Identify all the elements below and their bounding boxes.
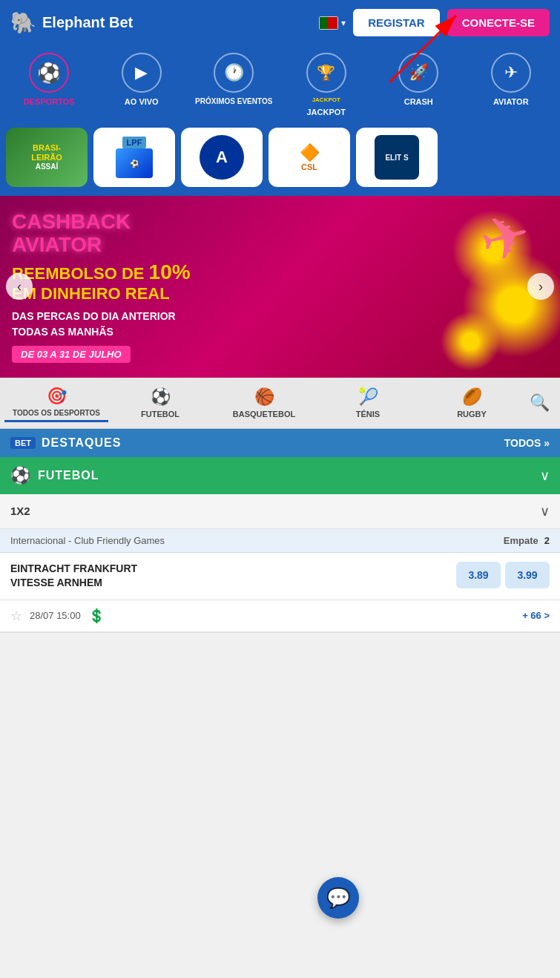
team2-name: VITESSE ARNHEM bbox=[10, 576, 456, 591]
nav-item-jackpot[interactable]: 🏆 JACKPOT JACKPOT bbox=[282, 53, 372, 117]
crash-icon-circle: 🚀 bbox=[398, 53, 438, 93]
filter-todos-label: TODOS OS DESPORTOS bbox=[13, 409, 100, 417]
logo-icon: 🐘 bbox=[10, 10, 36, 35]
promo-banner: ‹ CASHBACKAVIATOR REEMBOLSO DE 10% EM DI… bbox=[0, 196, 560, 378]
filter-tenis[interactable]: 🎾 TÉNIS bbox=[316, 384, 420, 421]
team1-name: EINTRACHT FRANKFURT bbox=[10, 562, 456, 577]
aviator-icon-circle: ✈ bbox=[491, 53, 531, 93]
desportos-icon-circle: ⚽ bbox=[29, 53, 69, 93]
league-card-brasileirao[interactable]: BRASI- LEIRÃO ASSAÍ bbox=[6, 128, 88, 187]
chat-icon: 💬 bbox=[326, 887, 350, 910]
banner-next-button[interactable]: › bbox=[527, 273, 554, 300]
proximos-icon-circle: 🕐 bbox=[214, 53, 254, 93]
rugby-icon: 🏉 bbox=[462, 387, 482, 407]
banner-title: CASHBACKAVIATOR bbox=[12, 211, 548, 257]
logo-text: Elephant Bet bbox=[42, 14, 133, 31]
match-type-bar[interactable]: 1X2 ∨ bbox=[0, 494, 560, 529]
nav-label-aviator: AVIATOR bbox=[493, 97, 529, 107]
match-competition: Internacional - Club Friendly Games bbox=[10, 535, 165, 546]
filter-todos[interactable]: 🎯 TODOS OS DESPORTOS bbox=[4, 384, 108, 422]
match-card: EINTRACHT FRANKFURT VITESSE ARNHEM 3.89 … bbox=[0, 553, 560, 600]
register-button[interactable]: REGISTAR bbox=[353, 9, 439, 36]
portugal-flag bbox=[319, 16, 338, 30]
nav-label-jackpot: JACKPOT bbox=[306, 108, 346, 117]
jackpot-badge-text: JACKPOT bbox=[312, 97, 340, 103]
sports-filter: 🎯 TODOS OS DESPORTOS ⚽ FUTEBOL 🏀 BASQUET… bbox=[0, 378, 560, 429]
lang-chevron-icon: ▾ bbox=[341, 18, 346, 28]
desportos-icon: ⚽ bbox=[37, 62, 61, 85]
jackpot-icon: 🏆 bbox=[317, 64, 335, 82]
match-result-value: 2 bbox=[544, 535, 550, 546]
odd-button-1[interactable]: 3.89 bbox=[456, 562, 501, 588]
search-button[interactable]: 🔍 bbox=[524, 390, 556, 416]
nav-item-ao-vivo[interactable]: ▶ AO VIVO bbox=[97, 53, 187, 107]
nav-label-desportos: DESPORTOS bbox=[24, 97, 75, 107]
odd-button-2[interactable]: 3.99 bbox=[505, 562, 550, 588]
futebol-title: FUTEBOL bbox=[38, 469, 99, 482]
filter-basquete[interactable]: 🏀 BASQUETEBOL bbox=[212, 384, 316, 421]
league-card-lpf[interactable]: LPF ⚽ bbox=[93, 128, 175, 187]
logo-area: 🐘 Elephant Bet bbox=[10, 10, 312, 35]
futebol-filter-icon: ⚽ bbox=[151, 387, 171, 407]
futebol-section-icon: ⚽ bbox=[10, 466, 30, 485]
match-footer: ☆ 28/07 15:00 💲 + 66 > bbox=[0, 600, 560, 633]
match-type-chevron-icon: ∨ bbox=[540, 503, 550, 519]
leagues-section: BRASI- LEIRÃO ASSAÍ LPF ⚽ A 🔶 CSL ELIT S bbox=[0, 128, 560, 196]
banner-prev-button[interactable]: ‹ bbox=[6, 273, 33, 300]
destaques-title: DESTAQUES bbox=[42, 436, 121, 450]
banner-date: DE 03 A 31 DE JULHO bbox=[12, 346, 131, 363]
bet-badge: BET bbox=[10, 437, 36, 449]
match-type-label: 1X2 bbox=[10, 505, 30, 517]
nav-item-crash[interactable]: 🚀 CRASH bbox=[374, 53, 464, 107]
match-result-label: Empate bbox=[504, 535, 538, 546]
destaques-bar: BET DESTAQUES TODOS » bbox=[0, 429, 560, 457]
nav-icons: ⚽ DESPORTOS ▶ AO VIVO 🕐 PRÓXIMOS EVENTOS… bbox=[0, 45, 560, 128]
league-card-csl[interactable]: 🔶 CSL bbox=[269, 128, 350, 187]
banner-desc: DAS PERCAS DO DIA ANTERIOR TODAS AS MANH… bbox=[12, 309, 548, 340]
destaques-left: BET DESTAQUES bbox=[10, 436, 121, 450]
league-card-elitserien[interactable]: ELIT S bbox=[356, 128, 438, 187]
todos-icon: 🎯 bbox=[47, 387, 67, 406]
clock-icon: 🕐 bbox=[224, 63, 244, 82]
odds-buttons: 3.89 3.99 bbox=[456, 562, 550, 588]
favorite-star-icon[interactable]: ☆ bbox=[10, 608, 22, 624]
play-icon: ▶ bbox=[135, 63, 148, 82]
filter-tenis-label: TÉNIS bbox=[356, 410, 380, 419]
plane-icon: ✈ bbox=[504, 63, 518, 82]
match-datetime: 28/07 15:00 bbox=[30, 610, 81, 621]
nav-label-crash: CRASH bbox=[404, 97, 433, 107]
filter-rugby-label: RUGBY bbox=[457, 410, 487, 419]
header: 🐘 Elephant Bet ▾ REGISTAR CONECTE-SE bbox=[0, 0, 560, 45]
todos-link[interactable]: TODOS » bbox=[504, 437, 550, 449]
nav-item-desportos[interactable]: ⚽ DESPORTOS bbox=[4, 53, 94, 107]
lang-selector[interactable]: ▾ bbox=[319, 16, 346, 30]
filter-rugby[interactable]: 🏉 RUGBY bbox=[420, 384, 524, 421]
banner-subtitle: REEMBOLSO DE 10% EM DINHEIRO REAL bbox=[12, 260, 548, 304]
basquete-icon: 🏀 bbox=[254, 387, 274, 407]
match-footer-left: ☆ 28/07 15:00 💲 bbox=[10, 608, 105, 624]
jackpot-icon-circle: 🏆 bbox=[306, 53, 346, 93]
futebol-left: ⚽ FUTEBOL bbox=[10, 466, 99, 485]
match-header-row: Internacional - Club Friendly Games Empa… bbox=[0, 529, 560, 553]
nav-label-ao-vivo: AO VIVO bbox=[125, 97, 159, 107]
league-card-aleague[interactable]: A bbox=[181, 128, 263, 187]
filter-futebol-label: FUTEBOL bbox=[141, 410, 179, 419]
dollar-icon: 💲 bbox=[88, 608, 105, 624]
filter-futebol[interactable]: ⚽ FUTEBOL bbox=[108, 384, 212, 421]
teams-names: EINTRACHT FRANKFURT VITESSE ARNHEM bbox=[10, 562, 456, 591]
banner-currency: EM DINHEIRO REAL bbox=[12, 284, 170, 303]
banner-percent: REEMBOLSO DE 10% bbox=[12, 264, 191, 283]
futebol-header[interactable]: ⚽ FUTEBOL ∨ bbox=[0, 457, 560, 494]
match-teams: EINTRACHT FRANKFURT VITESSE ARNHEM 3.89 … bbox=[10, 562, 550, 591]
crash-icon: 🚀 bbox=[409, 63, 429, 82]
ao-vivo-icon-circle: ▶ bbox=[122, 53, 162, 93]
banner-content: CASHBACKAVIATOR REEMBOLSO DE 10% EM DINH… bbox=[12, 211, 548, 363]
tenis-icon: 🎾 bbox=[358, 387, 378, 407]
nav-item-proximos[interactable]: 🕐 PRÓXIMOS EVENTOS bbox=[189, 53, 279, 106]
filter-basquete-label: BASQUETEBOL bbox=[233, 410, 295, 419]
chat-fab-button[interactable]: 💬 bbox=[317, 877, 359, 919]
futebol-chevron-icon: ∨ bbox=[540, 467, 550, 484]
connect-button[interactable]: CONECTE-SE bbox=[447, 9, 550, 36]
nav-item-aviator[interactable]: ✈ AVIATOR bbox=[467, 53, 556, 107]
more-markets-link[interactable]: + 66 > bbox=[522, 610, 550, 621]
